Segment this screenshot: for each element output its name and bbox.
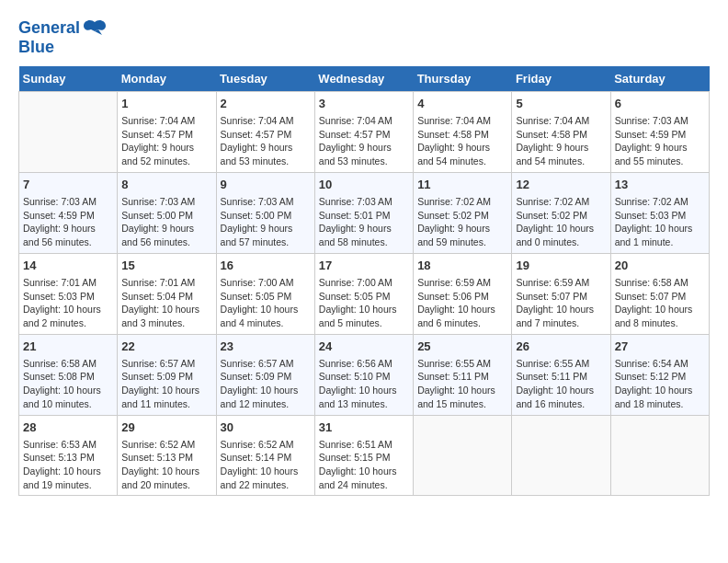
calendar-cell: 1Sunrise: 7:04 AMSunset: 4:57 PMDaylight… <box>118 91 216 172</box>
calendar-cell: 2Sunrise: 7:04 AMSunset: 4:57 PMDaylight… <box>216 91 314 172</box>
daylight-label: Daylight: 10 hours and 4 minutes. <box>221 304 299 328</box>
day-number: 28 <box>23 419 113 436</box>
logo-container: General Blue <box>18 18 108 57</box>
calendar-cell: 7Sunrise: 7:03 AMSunset: 4:59 PMDaylight… <box>19 172 118 253</box>
logo-blue-text: Blue <box>18 39 54 57</box>
sunset-label: Sunset: 4:59 PM <box>23 210 95 221</box>
sunset-label: Sunset: 5:01 PM <box>319 210 391 221</box>
cell-content: Sunrise: 7:00 AMSunset: 5:05 PMDaylight:… <box>319 276 409 330</box>
calendar-cell: 31Sunrise: 6:51 AMSunset: 5:15 PMDayligh… <box>314 415 413 496</box>
sunrise-label: Sunrise: 7:03 AM <box>221 196 294 207</box>
sunset-label: Sunset: 4:57 PM <box>221 129 292 140</box>
day-number: 10 <box>319 177 409 193</box>
sunrise-label: Sunrise: 7:01 AM <box>23 277 97 288</box>
daylight-label: Daylight: 9 hours and 55 minutes. <box>615 142 688 167</box>
calendar-cell: 18Sunrise: 6:59 AMSunset: 5:06 PMDayligh… <box>414 253 512 334</box>
daylight-label: Daylight: 9 hours and 58 minutes. <box>319 223 392 247</box>
sunrise-label: Sunrise: 6:57 AM <box>221 358 294 369</box>
daylight-label: Daylight: 10 hours and 15 minutes. <box>417 385 495 409</box>
sunrise-label: Sunrise: 6:53 AM <box>23 439 97 450</box>
calendar-cell: 3Sunrise: 7:04 AMSunset: 4:57 PMDaylight… <box>314 91 413 172</box>
calendar-cell: 29Sunrise: 6:52 AMSunset: 5:13 PMDayligh… <box>118 415 216 496</box>
sunset-label: Sunset: 5:15 PM <box>319 452 391 463</box>
day-number: 30 <box>221 419 311 436</box>
weekday-header: Saturday <box>610 66 709 92</box>
cell-content: Sunrise: 7:04 AMSunset: 4:58 PMDaylight:… <box>516 114 606 168</box>
calendar-week-row: 21Sunrise: 6:58 AMSunset: 5:08 PMDayligh… <box>19 334 710 415</box>
daylight-label: Daylight: 9 hours and 53 minutes. <box>221 142 293 167</box>
daylight-label: Daylight: 9 hours and 52 minutes. <box>121 142 194 167</box>
sunset-label: Sunset: 4:57 PM <box>319 129 391 140</box>
sunset-label: Sunset: 5:10 PM <box>319 371 391 382</box>
daylight-label: Daylight: 10 hours and 13 minutes. <box>319 385 397 409</box>
calendar-cell: 21Sunrise: 6:58 AMSunset: 5:08 PMDayligh… <box>19 334 118 415</box>
calendar-cell: 27Sunrise: 6:54 AMSunset: 5:12 PMDayligh… <box>610 334 709 415</box>
sunrise-label: Sunrise: 7:04 AM <box>417 115 491 126</box>
daylight-label: Daylight: 9 hours and 59 minutes. <box>417 223 490 247</box>
day-number: 18 <box>417 258 507 274</box>
cell-content: Sunrise: 6:58 AMSunset: 5:08 PMDaylight:… <box>23 357 113 411</box>
sunset-label: Sunset: 4:57 PM <box>121 129 193 140</box>
weekday-header: Tuesday <box>216 66 314 92</box>
day-number: 21 <box>23 339 113 355</box>
calendar-cell: 9Sunrise: 7:03 AMSunset: 5:00 PMDaylight… <box>216 172 314 253</box>
cell-content: Sunrise: 7:04 AMSunset: 4:57 PMDaylight:… <box>221 114 311 168</box>
cell-content: Sunrise: 7:02 AMSunset: 5:02 PMDaylight:… <box>417 195 507 249</box>
calendar-cell: 30Sunrise: 6:52 AMSunset: 5:14 PMDayligh… <box>216 415 314 496</box>
sunset-label: Sunset: 5:04 PM <box>121 291 193 302</box>
cell-content: Sunrise: 7:04 AMSunset: 4:57 PMDaylight:… <box>121 114 211 168</box>
sunrise-label: Sunrise: 6:59 AM <box>417 277 491 288</box>
cell-content: Sunrise: 6:57 AMSunset: 5:09 PMDaylight:… <box>121 357 211 411</box>
sunset-label: Sunset: 5:08 PM <box>23 371 95 382</box>
sunset-label: Sunset: 5:05 PM <box>221 291 292 302</box>
daylight-label: Daylight: 10 hours and 19 minutes. <box>23 465 101 490</box>
logo: General Blue <box>18 18 108 57</box>
daylight-label: Daylight: 10 hours and 11 minutes. <box>121 385 199 409</box>
sunset-label: Sunset: 5:07 PM <box>615 291 687 302</box>
day-number: 2 <box>221 96 311 112</box>
weekday-header: Friday <box>512 66 610 92</box>
daylight-label: Daylight: 10 hours and 10 minutes. <box>23 385 101 409</box>
daylight-label: Daylight: 10 hours and 6 minutes. <box>417 304 495 328</box>
day-number: 12 <box>516 177 606 193</box>
day-number: 7 <box>23 177 113 193</box>
sunset-label: Sunset: 5:13 PM <box>121 452 193 463</box>
sunrise-label: Sunrise: 6:52 AM <box>221 439 294 450</box>
calendar-cell: 6Sunrise: 7:03 AMSunset: 4:59 PMDaylight… <box>610 91 709 172</box>
cell-content: Sunrise: 7:00 AMSunset: 5:05 PMDaylight:… <box>221 276 311 330</box>
calendar-cell: 10Sunrise: 7:03 AMSunset: 5:01 PMDayligh… <box>314 172 413 253</box>
cell-content: Sunrise: 6:59 AMSunset: 5:07 PMDaylight:… <box>516 276 606 330</box>
daylight-label: Daylight: 10 hours and 2 minutes. <box>23 304 101 328</box>
day-number: 11 <box>417 177 507 193</box>
logo-bird-icon <box>82 18 108 39</box>
day-number: 3 <box>319 96 409 112</box>
calendar-cell: 11Sunrise: 7:02 AMSunset: 5:02 PMDayligh… <box>414 172 512 253</box>
calendar-cell <box>19 91 118 172</box>
cell-content: Sunrise: 6:55 AMSunset: 5:11 PMDaylight:… <box>417 357 507 411</box>
daylight-label: Daylight: 9 hours and 56 minutes. <box>121 223 194 247</box>
calendar-cell: 26Sunrise: 6:55 AMSunset: 5:11 PMDayligh… <box>512 334 610 415</box>
calendar-cell: 25Sunrise: 6:55 AMSunset: 5:11 PMDayligh… <box>414 334 512 415</box>
sunset-label: Sunset: 4:58 PM <box>417 129 489 140</box>
sunset-label: Sunset: 5:00 PM <box>121 210 193 221</box>
sunrise-label: Sunrise: 7:03 AM <box>23 196 97 207</box>
cell-content: Sunrise: 6:59 AMSunset: 5:06 PMDaylight:… <box>417 276 507 330</box>
sunset-label: Sunset: 5:13 PM <box>23 452 95 463</box>
sunrise-label: Sunrise: 6:55 AM <box>417 358 491 369</box>
weekday-header: Thursday <box>414 66 512 92</box>
calendar-cell: 5Sunrise: 7:04 AMSunset: 4:58 PMDaylight… <box>512 91 610 172</box>
weekday-header-row: SundayMondayTuesdayWednesdayThursdayFrid… <box>19 66 710 92</box>
calendar-cell: 22Sunrise: 6:57 AMSunset: 5:09 PMDayligh… <box>118 334 216 415</box>
day-number: 13 <box>615 177 705 193</box>
sunrise-label: Sunrise: 7:02 AM <box>516 196 589 207</box>
calendar-cell: 17Sunrise: 7:00 AMSunset: 5:05 PMDayligh… <box>314 253 413 334</box>
daylight-label: Daylight: 9 hours and 54 minutes. <box>516 142 588 167</box>
cell-content: Sunrise: 6:51 AMSunset: 5:15 PMDaylight:… <box>319 438 409 492</box>
cell-content: Sunrise: 6:52 AMSunset: 5:13 PMDaylight:… <box>121 438 211 492</box>
day-number: 24 <box>319 339 409 355</box>
daylight-label: Daylight: 10 hours and 12 minutes. <box>221 385 299 409</box>
sunset-label: Sunset: 5:02 PM <box>516 210 587 221</box>
sunset-label: Sunset: 5:09 PM <box>121 371 193 382</box>
sunrise-label: Sunrise: 7:02 AM <box>615 196 688 207</box>
sunset-label: Sunset: 5:14 PM <box>221 452 292 463</box>
